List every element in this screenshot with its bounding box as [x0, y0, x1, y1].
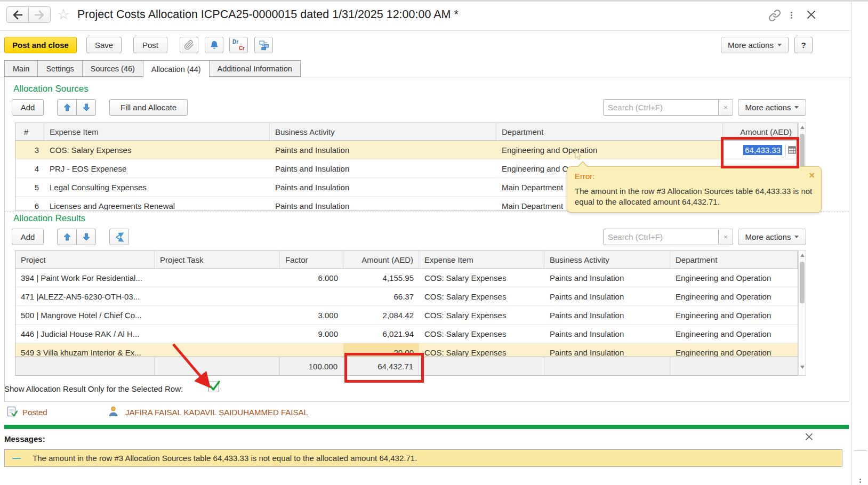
- project-task-cell[interactable]: [155, 325, 280, 343]
- col-header-department[interactable]: Department: [670, 251, 798, 268]
- sources-add-button[interactable]: Add: [12, 99, 44, 116]
- business-activity-cell[interactable]: Paints and Insulation: [270, 178, 496, 196]
- factor-cell[interactable]: 3.000: [280, 306, 343, 324]
- amount-cell[interactable]: 66.37: [343, 287, 419, 305]
- department-cell[interactable]: Engineering and Operation: [670, 269, 798, 287]
- copy-link-icon[interactable]: [768, 9, 781, 24]
- factor-cell[interactable]: 9.000: [280, 325, 343, 343]
- tab-settings[interactable]: Settings: [38, 60, 82, 77]
- expense-item-cell[interactable]: Legal Consulting Expenses: [44, 178, 270, 196]
- col-header-factor[interactable]: Factor: [280, 251, 343, 268]
- show-selected-row-checkbox[interactable]: [208, 382, 219, 392]
- expense-item-cell[interactable]: COS: Salary Expenses: [419, 269, 544, 287]
- business-activity-cell[interactable]: Paints and Insulation: [270, 141, 496, 159]
- department-cell[interactable]: Engineering and Operation: [670, 306, 798, 324]
- col-header-project[interactable]: Project: [15, 251, 155, 268]
- back-button[interactable]: [6, 6, 29, 23]
- scroll-up-icon[interactable]: [800, 254, 805, 257]
- calculator-icon[interactable]: [788, 146, 796, 154]
- resize-grip-dots[interactable]: [859, 478, 861, 484]
- col-header-amount[interactable]: Amount (AED): [343, 251, 419, 268]
- toolbar-more-actions-button[interactable]: More actions: [721, 37, 789, 53]
- results-scrollbar-thumb[interactable]: [800, 262, 805, 303]
- kebab-menu-icon[interactable]: [791, 11, 792, 20]
- business-activity-cell[interactable]: Paints and Insulation: [544, 287, 670, 305]
- close-window-icon[interactable]: [807, 10, 816, 21]
- department-cell[interactable]: Engineering and Operation: [670, 325, 798, 343]
- results-add-button[interactable]: Add: [12, 229, 44, 245]
- favorite-star-icon[interactable]: ☆: [57, 6, 70, 23]
- expense-item-cell[interactable]: PRJ - EOS Expenese: [44, 159, 270, 177]
- results-search-clear-icon[interactable]: ×: [719, 229, 733, 245]
- sources-move-up-button[interactable]: [57, 99, 77, 116]
- col-header-business-activity[interactable]: Business Activity: [544, 251, 670, 268]
- project-cell[interactable]: 471 |ALEZZ-AN5-6230-OTH-03...: [15, 287, 155, 305]
- save-button[interactable]: Save: [86, 37, 122, 53]
- help-button[interactable]: ?: [794, 37, 813, 53]
- sources-more-actions-button[interactable]: More actions: [738, 99, 806, 116]
- department-cell[interactable]: Engineering and Operation: [670, 287, 798, 305]
- sources-move-down-button[interactable]: [76, 99, 96, 116]
- project-task-cell[interactable]: [155, 306, 280, 324]
- results-move-up-button[interactable]: [57, 229, 77, 245]
- business-activity-cell[interactable]: Paints and Insulation: [544, 269, 670, 287]
- col-header-business-activity[interactable]: Business Activity: [270, 123, 496, 140]
- department-cell[interactable]: Engineering and Operation: [496, 141, 723, 159]
- expense-item-cell[interactable]: COS: Salary Expenses: [44, 141, 270, 159]
- allocate-button[interactable]: [109, 229, 129, 245]
- amount-selected-text[interactable]: 64,433.33: [743, 145, 782, 155]
- project-task-cell[interactable]: [155, 269, 280, 287]
- scroll-down-icon[interactable]: [800, 366, 805, 369]
- results-row-3[interactable]: 500 | Mangrove Hotel / Chief Co... 3.000…: [15, 306, 798, 325]
- tab-sources[interactable]: Sources (46): [83, 60, 143, 77]
- col-header-expense-item[interactable]: Expense Item: [419, 251, 544, 268]
- col-header-project-task[interactable]: Project Task: [155, 251, 280, 268]
- row-num[interactable]: 4: [15, 159, 44, 177]
- amount-cell[interactable]: 4,155.95: [343, 269, 419, 287]
- col-header-amount[interactable]: Amount (AED): [723, 123, 798, 140]
- message-item[interactable]: — The amount in the row #3 Allocation So…: [4, 449, 842, 467]
- business-activity-cell[interactable]: Paints and Insulation: [270, 197, 496, 211]
- post-and-close-button[interactable]: Post and close: [4, 37, 77, 53]
- forward-button[interactable]: [28, 6, 51, 23]
- col-header-num[interactable]: #: [15, 123, 44, 140]
- project-task-cell[interactable]: [155, 287, 280, 305]
- project-cell[interactable]: 394 | Paint Work For Residential...: [15, 269, 155, 287]
- sources-row-3[interactable]: 3 COS: Salary Expenses Paints and Insula…: [15, 141, 798, 159]
- business-activity-cell[interactable]: Paints and Insulation: [544, 325, 670, 343]
- attachments-button[interactable]: [180, 37, 198, 53]
- tab-allocation[interactable]: Allocation (44): [143, 60, 210, 77]
- tab-main[interactable]: Main: [4, 60, 38, 77]
- author-name[interactable]: JAFIRA FAISAL KADAVIL SAIDUHAMMED FAISAL: [125, 408, 308, 417]
- col-header-expense-item[interactable]: Expense Item: [44, 123, 270, 140]
- reminder-button[interactable]: [205, 37, 223, 53]
- results-scrollbar[interactable]: [798, 250, 806, 376]
- amount-cell[interactable]: 6,021.94: [343, 325, 419, 343]
- project-cell[interactable]: 500 | Mangrove Hotel / Chief Co...: [15, 306, 155, 324]
- results-search-input[interactable]: [603, 229, 719, 245]
- business-activity-cell[interactable]: Paints and Insulation: [270, 159, 496, 177]
- messages-close-icon[interactable]: [805, 433, 813, 443]
- dr-cr-postings-button[interactable]: Dr Cr: [229, 37, 248, 53]
- error-tooltip-close-icon[interactable]: ×: [809, 170, 815, 181]
- results-move-down-button[interactable]: [76, 229, 96, 245]
- project-cell[interactable]: 446 | Judicial House RAK / Al H...: [15, 325, 155, 343]
- row-num[interactable]: 5: [15, 178, 44, 196]
- related-documents-button[interactable]: [254, 37, 273, 53]
- results-row-2[interactable]: 471 |ALEZZ-AN5-6230-OTH-03... 66.37 COS:…: [15, 287, 798, 306]
- sources-search-input[interactable]: [603, 99, 719, 116]
- row-num[interactable]: 3: [15, 141, 44, 159]
- factor-cell[interactable]: [280, 287, 343, 305]
- expense-item-cell[interactable]: Licenses and Agreements Renewal: [44, 197, 270, 211]
- factor-cell[interactable]: 6.000: [280, 269, 343, 287]
- sources-search-clear-icon[interactable]: ×: [719, 99, 733, 116]
- col-header-department[interactable]: Department: [496, 123, 723, 140]
- expense-item-cell[interactable]: COS: Salary Expenses: [419, 325, 544, 343]
- results-row-4[interactable]: 446 | Judicial House RAK / Al H... 9.000…: [15, 325, 798, 343]
- business-activity-cell[interactable]: Paints and Insulation: [544, 306, 670, 324]
- scroll-up-icon[interactable]: [800, 126, 805, 129]
- expense-item-cell[interactable]: COS: Salary Expenses: [419, 287, 544, 305]
- amount-edit-cell[interactable]: 64,433.33: [723, 141, 798, 159]
- fill-and-allocate-button[interactable]: Fill and Allocate: [109, 99, 188, 116]
- results-row-1[interactable]: 394 | Paint Work For Residential... 6.00…: [15, 269, 798, 287]
